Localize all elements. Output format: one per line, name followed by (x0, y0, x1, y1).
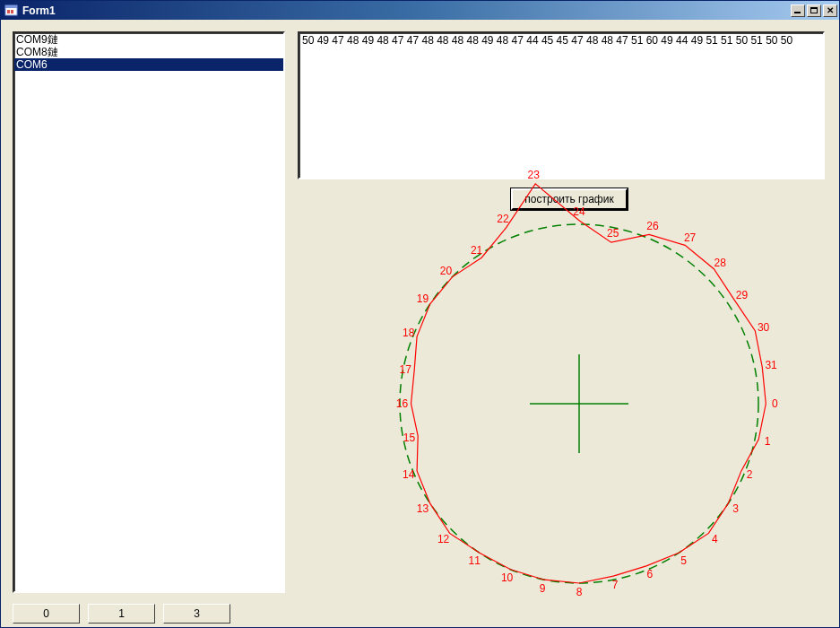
chart-point-label: 3 (732, 502, 739, 515)
chart-point-label: 23 (528, 169, 541, 181)
chart-point-label: 2 (747, 468, 753, 481)
chart-point-label: 14 (403, 468, 415, 481)
chart-point-label: 25 (607, 227, 619, 240)
build-chart-button[interactable]: построить график (511, 188, 628, 210)
window-title: Form1 (22, 4, 791, 17)
maximize-button[interactable] (807, 4, 821, 17)
app-icon (4, 4, 19, 18)
chart-point-label: 11 (469, 554, 481, 567)
chart-point-label: 12 (437, 533, 450, 545)
titlebar[interactable]: Form1 ✕ (1, 1, 839, 20)
chart-point-label: 31 (765, 359, 777, 371)
minimize-icon (794, 7, 801, 14)
minimize-button[interactable] (791, 4, 805, 17)
chart-point-label: 7 (612, 579, 619, 591)
close-button[interactable]: ✕ (823, 4, 837, 17)
chart-point-label: 27 (684, 231, 697, 244)
chart-point-label: 19 (417, 292, 429, 305)
chart-point-label: 13 (417, 502, 429, 515)
chart-point-label: 21 (471, 244, 483, 257)
chart-point-label: 29 (736, 289, 749, 301)
chart-point-label: 18 (403, 327, 415, 339)
chart-point-label: 20 (440, 265, 453, 277)
bottom-button-0[interactable]: 0 (13, 604, 80, 624)
chart-point-label: 16 (396, 397, 409, 410)
svg-rect-1 (5, 5, 17, 8)
chart-point-label: 15 (403, 432, 416, 444)
chart-point-label: 8 (576, 586, 583, 598)
list-item[interactable]: COM8鏈 (14, 46, 283, 58)
list-item[interactable]: COM9鏈 (14, 33, 283, 46)
list-item[interactable]: COM6 (14, 58, 283, 71)
window-frame: Form1 ✕ COM9鏈COM8鏈COM6 50 49 47 48 49 48… (0, 0, 840, 628)
chart-point-label: 10 (501, 571, 514, 584)
chart-point-label: 0 (772, 397, 778, 410)
chart-point-label: 5 (680, 554, 687, 567)
bottom-button-1[interactable]: 1 (88, 604, 155, 624)
bottom-button-2[interactable]: 3 (163, 604, 230, 624)
close-icon: ✕ (827, 6, 834, 15)
chart-point-label: 9 (540, 582, 546, 595)
maximize-icon (810, 7, 818, 13)
chart-point-label: 4 (712, 533, 718, 545)
chart-point-label: 30 (758, 321, 770, 334)
chart-point-label: 6 (646, 568, 653, 580)
chart-point-label: 28 (714, 257, 727, 269)
polar-chart: 0123456789101112131415161718192021222324… (298, 215, 825, 601)
chart-point-label: 22 (497, 213, 509, 225)
chart-point-label: 24 (573, 205, 585, 218)
chart-point-label: 1 (765, 435, 771, 448)
com-port-listbox[interactable]: COM9鏈COM8鏈COM6 (13, 31, 285, 593)
svg-rect-2 (7, 10, 10, 13)
chart-point-label: 17 (400, 363, 412, 376)
data-textbox[interactable]: 50 49 47 48 49 48 47 47 48 48 48 48 49 4… (298, 31, 825, 179)
chart-point-label: 26 (646, 220, 659, 232)
client-area: COM9鏈COM8鏈COM6 50 49 47 48 49 48 47 47 4… (4, 22, 836, 624)
svg-rect-3 (11, 10, 13, 13)
window-controls: ✕ (791, 4, 837, 17)
